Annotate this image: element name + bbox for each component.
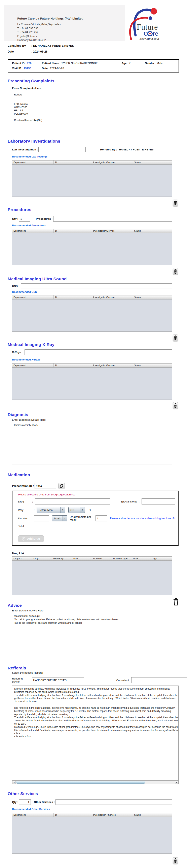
company-name: Future Care by Future Holdings (Pty) Lim… [17,17,122,21]
svg-text:Future: Future [137,22,158,31]
drug-list-body [12,561,172,595]
chevron-down-icon: ▼ [63,516,67,521]
prescription-id-input[interactable] [35,483,56,489]
diagnosis-sublabel: Enter Diagnosis Details Here [12,418,187,421]
drug-label: Drug [18,500,24,503]
consulted-by-value: : Dr. HANECKY FUENTE REYES [31,44,74,47]
meal-select[interactable]: Before Meal ▼ [37,507,65,513]
consult-date-label: Date [8,50,31,53]
procedures-col-service: Investigation/Service [92,229,133,233]
lab-investigation-input[interactable] [38,147,86,152]
reffered-by-value: HANECKY FUENTE REYES [119,148,154,151]
company-address: Le Chainter,Victoria,Mahe,Seychelles [17,22,122,26]
advice-header-row: Advice [8,598,179,608]
drug-list-delete-button[interactable] [173,598,179,607]
patient-id-value: 770 [27,62,32,65]
advice-sublabel: Enter Doctor's Advice Here [12,609,187,612]
procedures-delete-button[interactable] [173,268,178,275]
lab-delete-button[interactable] [173,199,178,207]
procedures-table-header: Department ID Investigation/Service Stat… [12,229,172,233]
other-services-input[interactable] [55,799,172,805]
uss-label: USS : [12,285,20,287]
other-services-table-header: Department ID Investigation / Service St… [12,813,172,817]
recommended-xray-link[interactable]: Recommended X-Rays [12,358,40,361]
other-col-status: Status [133,813,172,817]
future-care-logo: Future C ♥ re Body Mind Soul [125,5,166,41]
uss-delete-button[interactable] [173,335,178,341]
uss-table-header: Department ID Investigation/Service Stat… [12,295,172,300]
special-notes-label: Special Notes : [120,500,140,503]
drug-list-label: Drug List [12,552,187,555]
refferals-title: Refferals [8,665,187,671]
uss-col-service: Investigation/Service [92,296,133,299]
reffered-by-label: Reffered By : [100,148,118,151]
refferals-sublabel: Select the needed Refferal [12,671,187,674]
add-drug-button[interactable]: + Add Drug [18,535,44,542]
trash-icon [174,858,177,863]
scroll-left-icon[interactable]: ◄ [12,781,16,784]
special-notes-input[interactable] [142,498,175,504]
patient-gender-value: Male [157,62,162,65]
patient-name-label: Patient Name : [42,62,61,65]
consultant-label: Consultant [116,679,129,682]
scrollbar-thumb[interactable] [16,781,145,784]
reffering-doctor-input[interactable] [32,677,84,683]
xray-actions [0,402,178,409]
total-label: Total [18,525,24,528]
recommended-uss-link[interactable]: Recommended USS [12,290,37,293]
way-row: Way: Before Meal ▼ OD ▼ [18,507,175,513]
uss-table: Department ID Investigation/Service Stat… [12,295,172,332]
svg-text:C: C [144,30,148,37]
uss-input[interactable] [21,283,172,289]
recommended-other-services-link[interactable]: Recommended Other Services [12,808,50,811]
diagnosis-textarea[interactable]: Impress ansiety attack [12,422,172,464]
lab-col-id: ID [53,160,92,164]
xray-table-header: Department ID Investigation/Service Stat… [12,363,172,368]
duration-input[interactable] [34,515,49,521]
refferal-doctor-row: Reffering Doctor Consultant [12,677,187,683]
procedures-input[interactable] [53,216,172,221]
other-services-delete-button[interactable] [173,857,178,864]
scroll-right-icon[interactable]: ► [175,781,178,784]
duration-row: Duration: Day/s ▼ Drugs/Tablets per meal… [18,515,175,521]
way-qty-input[interactable] [88,507,98,513]
consult-date-value: : 2024-05-28 [31,50,47,53]
prescription-refresh-button[interactable] [58,483,65,489]
advice-textarea[interactable]: Valoration for psicologist You talk to y… [12,613,172,657]
other-qty-input[interactable] [19,799,31,805]
drug-input[interactable] [35,498,110,504]
frequency-select[interactable]: OD ▼ [68,507,85,513]
refferal-notes-textarea[interactable]: Difficulty breathing at times, which has… [12,686,178,780]
consultant-input[interactable] [131,677,187,683]
visit-date-value: 2024-05-28 [50,67,64,70]
patient-age-value: 7 [129,62,131,65]
procedures-label: Procedures : [36,217,53,220]
consulted-by-line: Consulted By : Dr. HANECKY FUENTE REYES [8,44,187,47]
clinic-header: Future Care by Future Holdings (Pty) Lim… [4,5,166,41]
procedures-qty-input[interactable] [19,216,30,221]
svg-text:re: re [153,30,158,37]
duration-unit-select[interactable]: Day/s ▼ [52,515,67,521]
complaints-textarea[interactable]: Review FBC- Normal WBC-10350 HB-12.5 PLT… [12,92,172,132]
per-meal-input[interactable] [96,515,107,521]
procedures-actions [0,268,178,275]
refresh-icon [59,484,64,488]
uss-col-status: Status [133,296,172,299]
xray-col-service: Investigation/Service [92,364,133,367]
svg-text:♥: ♥ [149,32,151,35]
xray-input[interactable] [25,349,172,355]
drug-col-drug: Drug [32,557,52,560]
diagnosis-title: Diagnosis [8,412,187,417]
procedures-qty-label: Qty : [12,217,19,220]
recommended-lab-testings-link[interactable]: Recommended Lab Testings [12,155,47,158]
add-icon: + [22,537,25,540]
uss-col-id: ID [53,296,92,299]
drug-entry-panel: Please select the Drug from Drug suggess… [12,491,179,546]
xray-delete-button[interactable] [173,402,178,409]
drug-col-frequency: Fequency [52,557,72,560]
drug-suggestion-warning: Please select the Drug from Drug suggess… [18,493,175,496]
recommended-procedures-link[interactable]: Recommended Procedures [12,224,46,227]
total-row: Total: [18,525,175,528]
horizontal-scrollbar[interactable]: ◄ ► [12,780,178,784]
company-email: E: jude@future.sc [17,34,122,38]
